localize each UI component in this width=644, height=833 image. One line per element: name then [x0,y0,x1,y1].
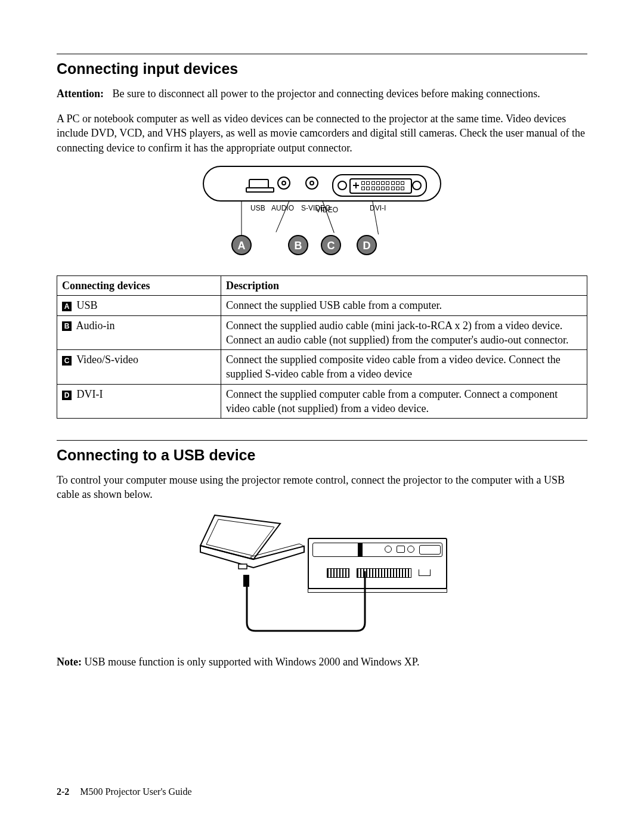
row-device-name: USB [77,299,98,311]
row-letter-icon: A [62,302,72,311]
callout-b-letter: B [289,239,307,253]
port-labels-row: USB AUDIO VIDEO S-VIDEO DVI-I [203,202,441,222]
table-row: A USB Connect the supplied USB cable fro… [57,296,587,315]
th-description: Description [221,275,587,295]
row-letter-icon: D [62,391,72,400]
table-header-row: Connecting devices Description [57,275,587,295]
cell-description: Connect the supplied composite video cab… [221,350,587,385]
cell-device: C Video/S-video [57,350,221,385]
dvi-cross-icon [353,182,359,188]
row-device-name: Video/S-video [76,354,138,366]
callout-c-icon: C [321,235,341,255]
table-row: D DVI-I Connect the supplied computer ca… [57,384,587,419]
page-number: 2-2 [57,786,69,797]
projector-foot-icon [419,569,431,576]
attention-paragraph: Attention: Be sure to disconnect all pow… [57,86,587,101]
callout-a-icon: A [231,235,252,255]
mini-port-icon [385,546,392,553]
dvi-screw-left-icon [338,181,347,190]
section-divider [57,54,587,54]
cell-device: A USB [57,296,221,315]
table-row: B Audio-in Connect the supplied audio ca… [57,315,587,350]
usb-note-paragraph: Note: USB mouse function is only support… [57,655,587,669]
audio-jack-icon [277,176,290,190]
row-device-name: DVI-I [77,388,103,400]
video-jack-icon [305,176,318,190]
cell-device: B Audio-in [57,315,221,350]
callout-a-letter: A [233,239,250,253]
intro-paragraph: A PC or notebook computer as well as vid… [57,112,587,155]
cell-description: Connect the supplied audio cable (mini j… [221,315,587,350]
callout-c-letter: C [322,239,340,253]
usb-plug-right-icon [358,543,363,557]
cell-description: Connect the supplied computer cable from… [221,384,587,419]
panel-outline [203,166,441,202]
dvi-connector-icon [349,178,412,194]
note-label: Note: [57,656,82,668]
usb-port-icon [249,179,269,188]
label-dvi: DVI-I [370,203,386,213]
attention-text: Be sure to disconnect all power to the p… [113,88,540,100]
row-letter-icon: B [62,321,72,331]
doc-title: M500 Projector User's Guide [80,786,191,797]
mini-port-icon [397,546,405,553]
th-devices: Connecting devices [57,275,221,295]
cell-device: D DVI-I [57,384,221,419]
cell-description: Connect the supplied USB cable from a co… [221,296,587,315]
label-audio: AUDIO [271,203,294,213]
page-footer: 2-2 M500 Projector User's Guide [57,785,192,798]
usb-connection-diagram [197,513,447,638]
heading-connecting-input-devices: Connecting input devices [57,59,587,79]
callout-row: A B C D [203,222,441,258]
dvi-screw-right-icon [412,181,422,190]
attention-label: Attention: [57,88,104,100]
callout-b-icon: B [288,235,308,255]
callout-d-letter: D [358,239,376,253]
usb-cable-icon [243,571,363,625]
section-divider [57,440,587,441]
note-text: USB mouse function is only supported wit… [84,656,419,668]
row-device-name: Audio-in [76,320,115,332]
row-letter-icon: C [62,356,72,366]
table-row: C Video/S-video Connect the supplied com… [57,350,587,385]
svg-rect-4 [239,564,247,569]
dvi-pins-bottom [361,187,404,190]
mini-port-icon [407,546,414,553]
connecting-devices-table: Connecting devices Description A USB Con… [57,275,587,419]
projector-rear-panel-icon [312,543,442,557]
mini-dvi-icon [419,545,441,555]
label-usb: USB [250,203,265,213]
callout-d-icon: D [357,235,377,255]
dvi-pins-top [361,181,404,184]
dvi-port-icon [332,174,427,197]
usb-intro-paragraph: To control your computer mouse using the… [57,473,587,502]
connector-panel-diagram: USB AUDIO VIDEO S-VIDEO DVI-I A B C D [203,166,441,258]
heading-connecting-usb-device: Connecting to a USB device [57,445,587,466]
